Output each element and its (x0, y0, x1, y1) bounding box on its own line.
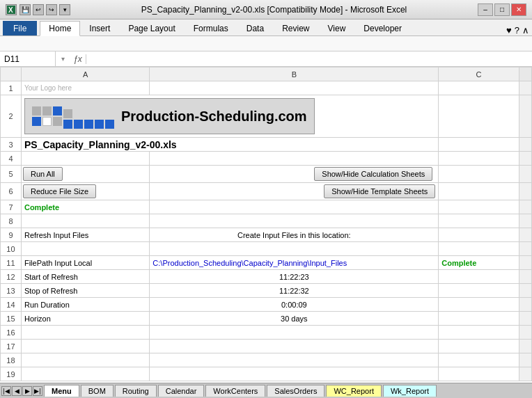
cell-b17[interactable] (150, 340, 439, 353)
cell-c12[interactable] (439, 270, 519, 284)
cell-a3[interactable]: PS_Capacity_Planning_v2-00.xls (21, 138, 438, 152)
cell-reference-box[interactable]: D11 (0, 51, 56, 67)
ribbon-minimize-icon[interactable]: ∧ (522, 25, 529, 35)
cell-c7[interactable] (439, 200, 519, 214)
row-num-19: 19 (1, 367, 22, 381)
tab-file[interactable]: File (3, 21, 37, 35)
cell-a9[interactable]: Refresh Input Files (21, 228, 149, 242)
cell-b8[interactable] (150, 214, 439, 228)
tab-scroll-first[interactable]: |◀ (1, 386, 11, 396)
redo-icon[interactable]: ↪ (46, 4, 57, 15)
cell-c14[interactable] (439, 298, 519, 312)
tab-page-layout[interactable]: Page Layout (119, 21, 184, 35)
scrollbar-r7 (519, 200, 531, 214)
cell-c2[interactable] (439, 95, 519, 138)
cell-c10[interactable] (439, 242, 519, 256)
cell-a1[interactable]: Your Logo here (21, 81, 149, 95)
show-hide-template-button[interactable]: Show/Hide Template Sheets (324, 184, 435, 198)
sheet-tab-workcenters[interactable]: WorkCenters (205, 385, 265, 397)
tab-formulas[interactable]: Formulas (185, 21, 237, 35)
cell-a7[interactable]: Complete (21, 200, 149, 214)
table-row: 4 (1, 152, 532, 166)
sheet-tab-wk-report[interactable]: Wk_Report (383, 385, 437, 397)
col-header-a[interactable]: A (21, 67, 149, 81)
cell-b14[interactable]: 0:00:09 (150, 298, 439, 312)
cell-a15[interactable]: Horizon (21, 312, 149, 326)
cell-c18[interactable] (439, 353, 519, 367)
cell-a17[interactable] (21, 340, 149, 353)
tab-scroll-last[interactable]: ▶| (33, 386, 42, 396)
cell-b10[interactable] (150, 242, 439, 256)
cell-c16[interactable] (439, 326, 519, 340)
cell-a18[interactable] (21, 353, 149, 367)
cell-logo[interactable]: Production-Scheduling.com (21, 95, 438, 138)
cell-c6[interactable] (439, 183, 519, 200)
tab-home[interactable]: Home (40, 21, 80, 36)
cell-b6[interactable]: Show/Hide Template Sheets (150, 183, 439, 200)
cell-a4[interactable] (21, 152, 149, 166)
cell-c1[interactable] (439, 81, 519, 95)
cell-a12[interactable]: Start of Refresh (21, 270, 149, 284)
cell-a13[interactable]: Stop of Refresh (21, 284, 149, 298)
col-header-c[interactable]: C (439, 67, 519, 81)
cell-a11[interactable]: FilePath Input Local (21, 256, 149, 270)
help-icon[interactable]: ♥ (506, 25, 512, 35)
undo-icon[interactable]: ↩ (33, 4, 44, 15)
customize-icon[interactable]: ▾ (59, 4, 70, 15)
cell-a16[interactable] (21, 326, 149, 340)
sheet-tab-salesorders[interactable]: SalesOrders (267, 385, 324, 397)
cell-b5[interactable]: Show/Hide Calculation Sheets (150, 166, 439, 183)
tab-developer[interactable]: Developer (354, 21, 411, 35)
close-button[interactable]: ✕ (511, 3, 526, 16)
sheet-tab-wc-report[interactable]: WC_Report (326, 385, 381, 397)
show-hide-calc-button[interactable]: Show/Hide Calculation Sheets (314, 167, 432, 181)
cell-a14[interactable]: Run Duration (21, 298, 149, 312)
tab-insert[interactable]: Insert (80, 21, 119, 35)
cell-b15[interactable]: 30 days (150, 312, 439, 326)
cell-b19[interactable] (150, 367, 439, 381)
tab-review[interactable]: Review (273, 21, 318, 35)
cell-b4[interactable] (150, 152, 439, 166)
cell-c8[interactable] (439, 214, 519, 228)
minimize-button[interactable]: – (478, 3, 493, 16)
cell-c3[interactable] (439, 138, 519, 152)
cell-c19[interactable] (439, 367, 519, 381)
cell-b13[interactable]: 11:22:32 (150, 284, 439, 298)
tab-scroll-prev[interactable]: ◀ (12, 386, 22, 396)
cell-b11[interactable]: C:\Production_Scheduling\Capacity_Planni… (150, 256, 439, 270)
svg-text:X: X (8, 6, 13, 14)
cell-c13[interactable] (439, 284, 519, 298)
table-row: 13 Stop of Refresh 11:22:32 (1, 284, 532, 298)
cell-a6[interactable]: Reduce File Size (21, 183, 149, 200)
cell-b18[interactable] (150, 353, 439, 367)
cell-b1[interactable] (150, 81, 439, 95)
cell-c5[interactable] (439, 166, 519, 183)
cell-c17[interactable] (439, 340, 519, 353)
cell-c9[interactable] (439, 228, 519, 242)
col-header-b[interactable]: B (150, 67, 439, 81)
sheet-tab-calendar[interactable]: Calendar (158, 385, 205, 397)
cell-a5[interactable]: Run All (21, 166, 149, 183)
maximize-button[interactable]: □ (494, 3, 510, 16)
sheet-tab-menu[interactable]: Menu (44, 385, 79, 397)
cell-b12[interactable]: 11:22:23 (150, 270, 439, 284)
cell-a10[interactable] (21, 242, 149, 256)
sheet-tab-routing[interactable]: Routing (115, 385, 157, 397)
reduce-file-size-button[interactable]: Reduce File Size (23, 184, 96, 198)
tab-data[interactable]: Data (237, 21, 273, 35)
run-all-button[interactable]: Run All (23, 167, 63, 181)
cell-a19[interactable] (21, 367, 149, 381)
tab-scroll-next[interactable]: ▶ (22, 386, 32, 396)
tab-view[interactable]: View (319, 21, 355, 35)
cell-c11[interactable]: Complete (439, 256, 519, 270)
cell-b9[interactable]: Create Input Files in this location: (150, 228, 439, 242)
cell-c15[interactable] (439, 312, 519, 326)
sheet-tab-bom[interactable]: BOM (81, 385, 114, 397)
cell-a8[interactable] (21, 214, 149, 228)
info-icon[interactable]: ? (515, 25, 519, 35)
cell-c4[interactable] (439, 152, 519, 166)
cell-b7[interactable] (150, 200, 439, 214)
cell-b16[interactable] (150, 326, 439, 340)
save-icon[interactable]: 💾 (19, 4, 31, 15)
table-row: 12 Start of Refresh 11:22:23 (1, 270, 532, 284)
